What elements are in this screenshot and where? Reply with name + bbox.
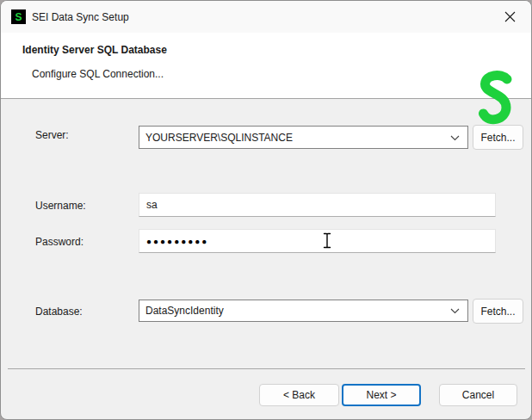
close-button[interactable] (490, 1, 529, 33)
next-button[interactable]: Next > (342, 384, 421, 406)
page-subtitle: Configure SQL Connection... (32, 68, 164, 80)
database-label: Database: (35, 306, 83, 318)
window-title: SEI Data Sync Setup (32, 11, 129, 23)
server-fetch-button[interactable]: Fetch... (473, 125, 523, 150)
back-button-label: < Back (283, 389, 315, 401)
app-icon-letter: S (15, 11, 22, 23)
footer-separator (8, 368, 525, 369)
database-combobox[interactable]: DataSyncIdentity (139, 300, 468, 322)
text-cursor-ibeam-icon (323, 232, 331, 249)
server-fetch-label: Fetch... (480, 132, 515, 144)
wizard-header: Identity Server SQL Database Configure S… (1, 33, 531, 99)
password-input[interactable]: ●●●●●●●●● (139, 229, 496, 253)
password-masked-value: ●●●●●●●●● (146, 237, 208, 246)
database-value: DataSyncIdentity (145, 305, 445, 317)
brand-logo-s-icon (478, 69, 514, 129)
cancel-button-label: Cancel (462, 389, 494, 401)
setup-wizard-window: S SEI Data Sync Setup Identity Server SQ… (0, 0, 532, 420)
server-label: Server: (35, 129, 69, 141)
close-icon (504, 11, 516, 22)
username-value: sa (146, 199, 158, 211)
database-fetch-button[interactable]: Fetch... (473, 299, 523, 324)
username-label: Username: (35, 200, 86, 212)
cancel-button[interactable]: Cancel (439, 384, 517, 406)
back-button[interactable]: < Back (259, 384, 339, 406)
title-bar: S SEI Data Sync Setup (1, 1, 531, 33)
chevron-down-icon (450, 308, 460, 314)
server-combobox[interactable]: YOURSERVER\SQLINSTANCE (139, 126, 468, 149)
username-input[interactable]: sa (139, 193, 496, 217)
server-value: YOURSERVER\SQLINSTANCE (145, 132, 445, 144)
next-button-label: Next > (366, 389, 396, 401)
app-icon: S (11, 9, 26, 24)
database-fetch-label: Fetch... (480, 306, 515, 318)
page-title: Identity Server SQL Database (22, 44, 167, 56)
password-label: Password: (35, 236, 84, 248)
chevron-down-icon (450, 135, 460, 141)
